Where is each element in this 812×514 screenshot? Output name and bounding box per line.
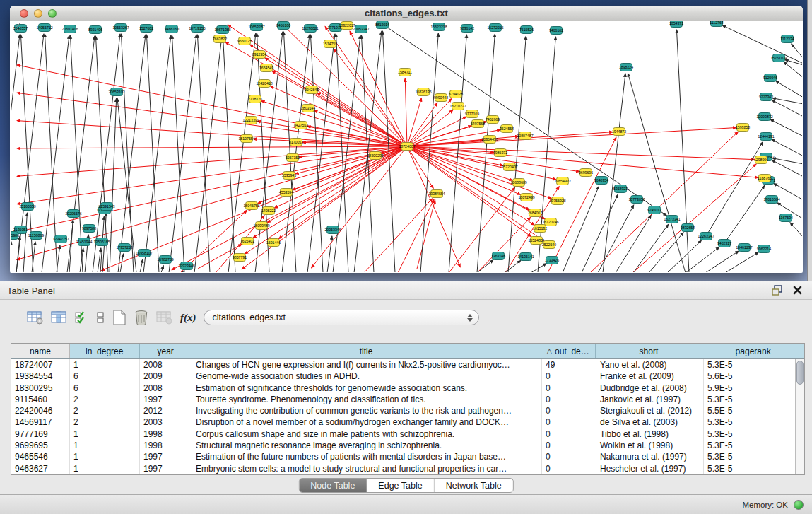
- graph-node[interactable]: 16210227: [449, 103, 466, 110]
- graph-node[interactable]: 9962214: [757, 245, 771, 253]
- graph-edge[interactable]: [582, 194, 618, 272]
- graph-node[interactable]: 9660125: [237, 37, 252, 45]
- graph-edge[interactable]: [405, 78, 407, 146]
- graph-node[interactable]: 9777169: [465, 110, 479, 118]
- graph-node[interactable]: 6794028: [449, 90, 463, 98]
- graph-node[interactable]: 12444191: [758, 133, 774, 141]
- graph-node[interactable]: 1167534: [779, 214, 793, 222]
- graph-edge[interactable]: [282, 35, 310, 272]
- graph-node[interactable]: 16099489: [253, 222, 269, 230]
- table-settings-icon[interactable]: [27, 310, 44, 325]
- column-header-title[interactable]: title: [192, 344, 541, 358]
- graph-edge[interactable]: [16, 236, 20, 272]
- graph-node[interactable]: 8921406: [88, 26, 102, 34]
- graph-node[interactable]: 2718126: [248, 95, 262, 103]
- graph-node[interactable]: 12093872: [756, 113, 772, 121]
- float-panel-icon[interactable]: [772, 285, 784, 296]
- table-row[interactable]: 1872400712008Changes of HCN gene express…: [11, 359, 804, 370]
- table-selector-dropdown[interactable]: citations_edges.txt: [204, 310, 479, 325]
- graph-node[interactable]: 18322017: [339, 22, 355, 30]
- graph-edge[interactable]: [598, 205, 634, 272]
- graph-node[interactable]: 1898224: [619, 64, 633, 71]
- graph-node[interactable]: 14136141: [517, 253, 534, 261]
- graph-edge[interactable]: [724, 185, 765, 243]
- graph-node[interactable]: 1733426: [545, 257, 559, 264]
- graph-node[interactable]: 1112764: [710, 21, 724, 27]
- graph-node[interactable]: 15276021: [302, 25, 318, 33]
- graph-node[interactable]: 18724007: [399, 143, 415, 151]
- vertical-scrollbar[interactable]: [795, 359, 804, 474]
- graph-node[interactable]: 1498222: [261, 207, 276, 215]
- graph-edge[interactable]: [772, 158, 802, 164]
- graph-node[interactable]: 8813014: [375, 21, 389, 29]
- graph-node[interactable]: 2803144: [301, 105, 315, 112]
- graph-node[interactable]: 7663822: [213, 35, 227, 43]
- graph-node[interactable]: 9242845: [305, 86, 319, 94]
- graph-node[interactable]: 9897588: [82, 225, 96, 233]
- graph-node[interactable]: 12342757: [52, 235, 69, 243]
- graph-node[interactable]: 1527602: [139, 25, 153, 33]
- graph-node[interactable]: 10773058: [628, 196, 645, 204]
- delete-table-icon[interactable]: [134, 310, 149, 325]
- graph-node[interactable]: 16046756: [243, 202, 259, 210]
- graph-node[interactable]: 18300295: [367, 152, 383, 160]
- graph-node[interactable]: 8170052: [289, 139, 303, 146]
- graph-node[interactable]: 5267150: [286, 154, 300, 162]
- graph-edge[interactable]: [790, 223, 802, 238]
- graph-node[interactable]: 12923448: [178, 262, 194, 270]
- graph-node[interactable]: 7615526: [519, 26, 534, 34]
- graph-node[interactable]: 16782759: [157, 256, 173, 264]
- graph-edge[interactable]: [110, 98, 117, 272]
- graph-node[interactable]: 9227343: [759, 93, 773, 101]
- graph-node[interactable]: 21591543: [98, 203, 114, 211]
- graph-edge[interactable]: [140, 259, 143, 272]
- column-header-short[interactable]: short: [596, 344, 703, 358]
- graph-node[interactable]: 20364436: [481, 136, 498, 144]
- table-row[interactable]: 1830029562008Estimation of significance …: [11, 382, 804, 394]
- graph-node[interactable]: 20053347: [353, 25, 369, 33]
- graph-node[interactable]: 10807487: [517, 132, 533, 140]
- table-row[interactable]: 977716911998Corpus callosum shape and si…: [11, 428, 804, 440]
- graph-edge[interactable]: [398, 199, 434, 272]
- graph-node[interactable]: 4553594: [279, 189, 293, 197]
- graph-edge[interactable]: [649, 233, 683, 272]
- network-graph[interactable]: 2640557140557122069140689214061055326715…: [11, 21, 802, 272]
- graph-node[interactable]: 6497568: [471, 120, 485, 128]
- graph-edge[interactable]: [449, 187, 514, 272]
- graph-node[interactable]: 8466160: [276, 22, 290, 30]
- tab-network-table[interactable]: Network Table: [435, 479, 513, 492]
- graph-node[interactable]: 15623218: [430, 23, 447, 31]
- graph-edge[interactable]: [17, 146, 407, 148]
- table-row[interactable]: 946554611997Estimation of the future num…: [11, 451, 804, 462]
- graph-edge[interactable]: [706, 142, 763, 236]
- graph-node[interactable]: 9245012: [647, 206, 661, 214]
- graph-edge[interactable]: [772, 100, 802, 117]
- graph-node[interactable]: 10461237: [736, 244, 752, 252]
- graph-node[interactable]: 1514755: [323, 40, 337, 48]
- graph-node[interactable]: 25160650: [19, 203, 35, 211]
- graph-node[interactable]: 3624554: [500, 125, 514, 133]
- function-builder-icon[interactable]: f(x): [180, 312, 196, 324]
- graph-node[interactable]: 8427552: [294, 122, 308, 129]
- graph-node[interactable]: 1691446: [266, 239, 281, 247]
- graph-node[interactable]: 20691406: [61, 25, 78, 33]
- graph-node[interactable]: 1593858: [736, 124, 750, 132]
- graph-edge[interactable]: [722, 25, 802, 64]
- graph-edge[interactable]: [223, 36, 235, 272]
- graph-node[interactable]: 12420418: [256, 80, 272, 88]
- graph-edge[interactable]: [265, 58, 407, 146]
- graph-edge[interactable]: [776, 81, 802, 98]
- graph-edge[interactable]: [632, 164, 756, 272]
- graph-node[interactable]: 16273341: [664, 216, 680, 223]
- graph-edge[interactable]: [11, 242, 11, 272]
- graph-edge[interactable]: [253, 146, 407, 238]
- network-graph-canvas[interactable]: 2640557140557122069140689214061055326715…: [11, 21, 802, 272]
- graph-node[interactable]: 9466162: [549, 27, 563, 35]
- graph-edge[interactable]: [23, 213, 27, 272]
- graph-node[interactable]: 11156869: [28, 232, 44, 240]
- graph-node[interactable]: 16671388: [214, 26, 230, 34]
- graph-edge[interactable]: [770, 119, 802, 136]
- graph-edge[interactable]: [633, 224, 669, 272]
- graph-node[interactable]: 2522540: [542, 241, 556, 249]
- column-header-out_de[interactable]: △out_de…: [541, 344, 596, 358]
